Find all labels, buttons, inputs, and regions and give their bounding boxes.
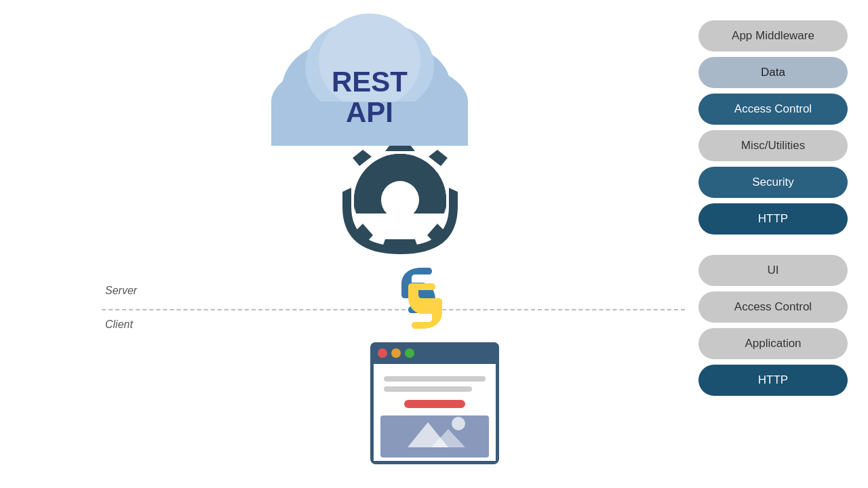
sidebar-btn-security[interactable]: Security bbox=[698, 167, 848, 198]
cloud-svg: REST API bbox=[251, 14, 488, 149]
client-label: Client bbox=[105, 319, 133, 331]
sidebar-btn-access-control-server[interactable]: Access Control bbox=[698, 94, 848, 125]
sidebar-btn-misc-utilities[interactable]: Misc/Utilities bbox=[698, 130, 848, 161]
server-label: Server bbox=[105, 285, 137, 297]
cloud-container: REST API bbox=[251, 14, 488, 149]
browser-window bbox=[370, 342, 499, 464]
svg-point-20 bbox=[391, 348, 401, 358]
svg-rect-18 bbox=[370, 356, 499, 364]
svg-point-14 bbox=[414, 276, 418, 280]
gear-svg bbox=[332, 146, 468, 254]
svg-rect-25 bbox=[404, 400, 465, 408]
sidebar-btn-access-control-client[interactable]: Access Control bbox=[698, 291, 848, 323]
svg-point-19 bbox=[378, 348, 387, 358]
svg-text:API: API bbox=[346, 96, 393, 128]
gear-container bbox=[332, 146, 468, 254]
python-svg bbox=[388, 264, 456, 332]
svg-point-15 bbox=[425, 317, 429, 321]
sidebar-btn-ui[interactable]: UI bbox=[698, 255, 848, 286]
sidebar-btn-app-middleware[interactable]: App Middleware bbox=[698, 20, 848, 52]
svg-rect-23 bbox=[384, 376, 486, 382]
svg-point-13 bbox=[382, 182, 418, 218]
svg-point-29 bbox=[452, 417, 465, 430]
sidebar-section-gap bbox=[698, 240, 854, 249]
svg-rect-24 bbox=[384, 386, 472, 392]
sidebar-btn-http-server[interactable]: HTTP bbox=[698, 203, 848, 235]
sidebar-btn-http-client[interactable]: HTTP bbox=[698, 365, 848, 396]
svg-point-21 bbox=[405, 348, 414, 358]
sidebar-btn-data[interactable]: Data bbox=[698, 57, 848, 88]
sidebar-btn-application[interactable]: Application bbox=[698, 328, 848, 359]
sidebar: App Middleware Data Access Control Misc/… bbox=[698, 20, 854, 396]
browser-svg bbox=[370, 342, 499, 464]
python-logo bbox=[388, 264, 456, 332]
svg-text:REST: REST bbox=[332, 66, 408, 98]
